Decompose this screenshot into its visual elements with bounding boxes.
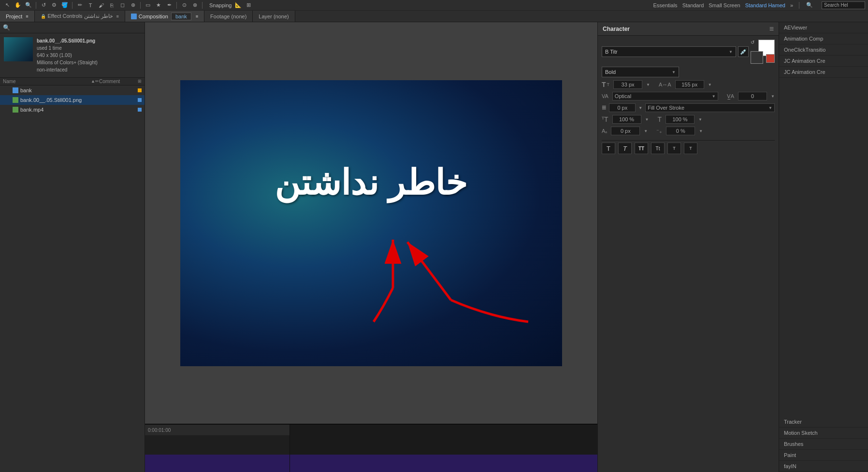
panel-label-animation-comp: Animation Comp bbox=[784, 36, 823, 42]
tsz-field1[interactable]: 100 % bbox=[612, 115, 641, 124]
kern-chevron[interactable]: ▼ bbox=[771, 94, 775, 99]
arabic-text: خاطر نداشتن bbox=[209, 162, 533, 203]
text-tool[interactable]: T bbox=[86, 1, 95, 10]
char-panel-menu[interactable]: ≡ bbox=[769, 25, 774, 33]
tsz-chevron2[interactable]: ▼ bbox=[698, 117, 702, 122]
italic-chevron[interactable]: ▼ bbox=[699, 129, 703, 133]
stroke-chevron[interactable]: ▼ bbox=[638, 106, 642, 110]
panel-item-aeviewer[interactable]: AEViewer bbox=[779, 22, 868, 33]
search-area[interactable]: Search Hel bbox=[822, 1, 865, 9]
stroke-color-swatch[interactable] bbox=[751, 51, 763, 64]
search-project-input[interactable] bbox=[12, 25, 142, 30]
zoom-tool[interactable]: 🔍 bbox=[24, 1, 33, 10]
panel-item-tracker[interactable]: Tracker bbox=[779, 416, 868, 428]
select-tool[interactable]: ↖ bbox=[3, 1, 12, 10]
file-item-bank[interactable]: bank bbox=[0, 86, 145, 95]
panel-item-jc-animation-1[interactable]: JC Animation Cre bbox=[779, 56, 868, 67]
eyedropper-icon: 💉 bbox=[740, 48, 747, 55]
ts-btn-5[interactable]: T bbox=[667, 143, 681, 154]
search-text: Search Hel bbox=[824, 2, 848, 8]
shape-star-tool[interactable]: ★ bbox=[154, 1, 163, 10]
tracking-chevron[interactable]: ▼ bbox=[708, 83, 712, 87]
sort-icon2[interactable]: ✏ bbox=[95, 79, 99, 84]
clone-tool[interactable]: ⎘ bbox=[107, 1, 116, 10]
project-search[interactable]: 🔍 bbox=[0, 22, 145, 33]
stroke-num-field[interactable]: 0 px bbox=[609, 103, 636, 112]
hand-tool[interactable]: ✋ bbox=[14, 1, 22, 10]
italic-field[interactable]: 0 % bbox=[666, 127, 695, 135]
pen-tool[interactable]: ✏ bbox=[75, 1, 84, 10]
ts-btn-2[interactable]: T bbox=[618, 143, 632, 154]
workspace-standard-hamed[interactable]: Standard Hamed bbox=[745, 2, 785, 8]
center-area: خاطر نداشتن bbox=[145, 22, 597, 472]
tab-project[interactable]: Project ≡ bbox=[0, 11, 35, 22]
red-swatch[interactable] bbox=[766, 54, 775, 63]
thumbnail-used: used 1 time bbox=[37, 44, 98, 52]
expand-all-icon[interactable]: ⊞ bbox=[138, 79, 142, 84]
ts-btn-6[interactable]: T bbox=[684, 143, 697, 154]
workspace-standard[interactable]: Standard bbox=[682, 2, 704, 8]
tracking-field[interactable]: 155 px bbox=[675, 80, 704, 89]
tab-composition[interactable]: Composition bank ≡ bbox=[125, 11, 204, 22]
stroke-type-dropdown[interactable]: Fill Over Stroke ▼ bbox=[645, 103, 775, 112]
panel-label-jc1: JC Animation Cre bbox=[784, 58, 825, 64]
file-icon-mp4 bbox=[13, 107, 18, 113]
color-swatch-mp4 bbox=[138, 108, 142, 112]
tab-effect-controls[interactable]: 🔒 Effect Controls خاطر نداشتن ≡ bbox=[35, 11, 125, 22]
panel-item-jc-animation-2[interactable]: JC Animation Cre bbox=[779, 67, 868, 78]
file-item-mp4[interactable]: bank.mp4 bbox=[0, 105, 145, 114]
sort-icon[interactable]: ▲ bbox=[91, 79, 95, 84]
roto-tool[interactable]: ⊕ bbox=[129, 1, 137, 10]
file-item-still[interactable]: bank.00__.05.Still001.png bbox=[0, 95, 145, 105]
baseline-shift-label: Aₐ bbox=[602, 128, 607, 134]
char-panel-header: Character ≡ bbox=[598, 22, 779, 36]
ts-btn-4[interactable]: Tt bbox=[651, 143, 665, 154]
brush-tool[interactable]: 🖌 bbox=[97, 1, 105, 10]
panel-item-fayin[interactable]: fayIN bbox=[779, 461, 868, 472]
eyedropper-btn[interactable]: 💉 bbox=[738, 46, 749, 57]
bank-tab[interactable]: bank bbox=[171, 13, 191, 20]
ec-menu-icon[interactable]: ≡ bbox=[116, 14, 119, 19]
eraser-tool[interactable]: ◻ bbox=[118, 1, 127, 10]
kerning-value-field[interactable]: 0 bbox=[738, 92, 767, 100]
reset-swatches[interactable]: ↺ bbox=[751, 40, 754, 45]
puppet2-tool[interactable]: ⊗ bbox=[190, 1, 199, 10]
size-field[interactable]: 33 px bbox=[613, 80, 642, 89]
workspace-small-screen[interactable]: Small Screen bbox=[709, 2, 740, 8]
ts-label-1: T bbox=[607, 145, 610, 152]
ts-btn-3[interactable]: TT bbox=[635, 143, 648, 154]
ts-btn-1[interactable]: T bbox=[602, 143, 615, 154]
tsz-field2[interactable]: 100 % bbox=[665, 115, 694, 124]
panel-label-oneclicktransition: OneClickTransitio bbox=[784, 47, 825, 53]
shape-pen-tool[interactable]: ✒ bbox=[165, 1, 174, 10]
panel-item-brushes[interactable]: Brushes bbox=[779, 439, 868, 450]
rotate-tool[interactable]: ↺ bbox=[39, 1, 48, 10]
search-icon[interactable]: 🔍 bbox=[805, 1, 814, 10]
size-chevron[interactable]: ▼ bbox=[646, 83, 650, 87]
shape-rect-tool[interactable]: ▭ bbox=[144, 1, 152, 10]
workspace-essentials[interactable]: Essentials bbox=[653, 2, 677, 8]
snapping-settings[interactable]: ⊞ bbox=[245, 1, 253, 10]
comp-menu-icon[interactable]: ≡ bbox=[196, 14, 198, 19]
project-menu-icon[interactable]: ≡ bbox=[26, 14, 28, 19]
settings-tool[interactable]: ⚙ bbox=[50, 1, 58, 10]
kerning-dropdown[interactable]: Optical ▼ bbox=[612, 92, 718, 100]
canvas-viewport[interactable]: خاطر نداشتن bbox=[145, 22, 597, 424]
paintbucket-tool[interactable]: 🪣 bbox=[60, 1, 69, 10]
panel-item-motion-sketch[interactable]: Motion Sketch bbox=[779, 428, 868, 439]
tab-footage[interactable]: Footage (none) bbox=[204, 11, 253, 22]
puppet-tool[interactable]: ⊙ bbox=[180, 1, 188, 10]
style-dropdown[interactable]: Bold ▼ bbox=[602, 67, 679, 77]
font-dropdown[interactable]: B Titr ▼ bbox=[602, 46, 736, 57]
tab-layer[interactable]: Layer (none) bbox=[253, 11, 295, 22]
panel-label-jc2: JC Animation Cre bbox=[784, 69, 825, 75]
panel-item-paint[interactable]: Paint bbox=[779, 450, 868, 461]
tsz-chevron1[interactable]: ▼ bbox=[645, 117, 649, 122]
panel-item-oneclicktransition[interactable]: OneClickTransitio bbox=[779, 44, 868, 56]
file-name-still: bank.00__.05.Still001.png bbox=[20, 97, 136, 103]
baseline-field[interactable]: 0 px bbox=[611, 127, 640, 135]
baseline-chevron[interactable]: ▼ bbox=[644, 129, 648, 133]
snapping-toggle[interactable]: 📐 bbox=[234, 1, 243, 10]
workspace-more[interactable]: » bbox=[790, 2, 793, 8]
panel-item-animation-comp[interactable]: Animation Comp bbox=[779, 33, 868, 44]
